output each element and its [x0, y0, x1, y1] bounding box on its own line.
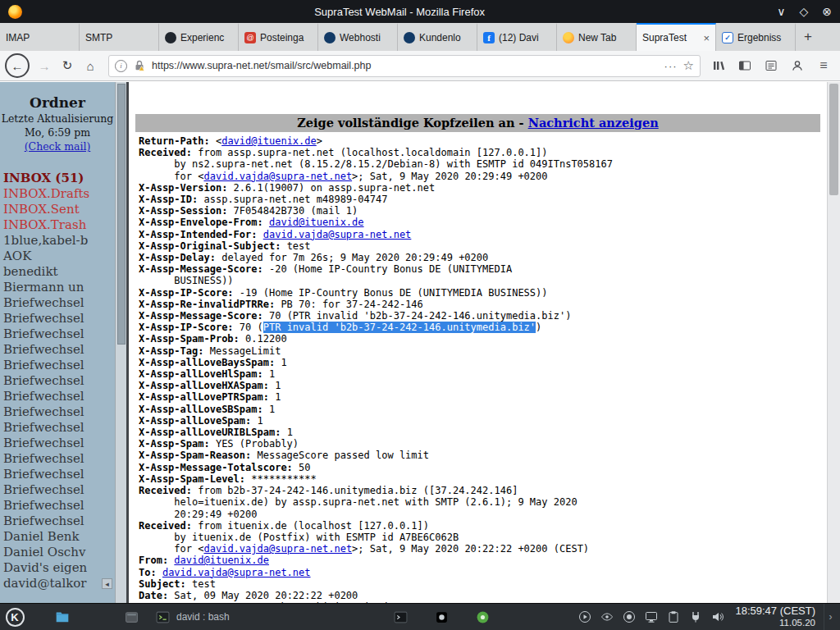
page-scrollbar[interactable]	[827, 82, 840, 603]
folder-item[interactable]: Briefwechsel	[0, 420, 115, 436]
tab-webhosti[interactable]: Webhosti	[318, 23, 398, 51]
folder-item[interactable]: Briefwechsel	[0, 358, 115, 373]
folder-item[interactable]: Daniel Oschv	[0, 545, 115, 560]
email-link[interactable]: david@ituenix.de	[174, 555, 269, 566]
header-field-name: From:	[139, 555, 174, 566]
mail-favicon-icon: @	[244, 32, 256, 43]
home-button[interactable]: ⌂	[79, 54, 102, 77]
url-text[interactable]: https://www.supra-net.net/smail/src/webm…	[152, 60, 659, 71]
folder-item[interactable]: Daniel Benk	[0, 529, 115, 545]
clipboard-icon[interactable]	[666, 609, 681, 624]
forward-button[interactable]: →	[33, 54, 56, 77]
folder-item[interactable]: AOK	[0, 249, 115, 264]
folder-item[interactable]: Briefwechsel	[0, 467, 115, 482]
library-icon[interactable]	[710, 57, 727, 74]
folder-item[interactable]: Briefwechsel	[0, 514, 115, 529]
back-button[interactable]: ←	[5, 53, 30, 78]
display-icon[interactable]	[644, 609, 659, 624]
folder-item[interactable]: Briefwechsel	[0, 311, 115, 326]
reader-view-icon[interactable]	[763, 57, 779, 74]
site-info-icon[interactable]: i	[115, 60, 127, 72]
minimize-icon[interactable]: ∨	[777, 6, 785, 17]
taskbar-clock[interactable]: 18:59:47 (CEST) 11.05.20	[735, 605, 815, 628]
header-field-name: X-Assp-allLoveBaysSpam:	[139, 357, 281, 368]
tab-label: Posteinga	[260, 32, 312, 43]
folder-item[interactable]: Briefwechsel	[0, 451, 115, 467]
menu-icon[interactable]: ≡	[815, 57, 832, 74]
pinned-apps	[389, 605, 494, 628]
folder-item[interactable]: Briefwechsel	[0, 389, 115, 404]
folder-item[interactable]: 1blue,kabel-b	[0, 233, 115, 249]
folder-item[interactable]: Biermann un	[0, 280, 115, 295]
sidebar-scrollbar-thumb[interactable]	[117, 84, 126, 345]
scroll-left-icon[interactable]: ◂	[102, 578, 112, 589]
konsole-icon[interactable]	[389, 605, 412, 628]
eye-icon[interactable]	[600, 609, 614, 624]
tab-new-tab[interactable]: New Tab	[557, 23, 637, 51]
folder-item[interactable]: INBOX.Drafts	[0, 186, 115, 202]
folder-item[interactable]: INBOX.Trash	[0, 217, 115, 233]
header-value: YES (Probably)	[216, 438, 299, 450]
sidebar-scrollbar[interactable]	[115, 82, 126, 603]
page-scrollbar-thumb[interactable]	[829, 84, 838, 195]
folder-item[interactable]: Briefwechsel	[0, 326, 115, 342]
folder-item[interactable]: Briefwechsel	[0, 436, 115, 451]
tab-ergebniss[interactable]: ✓Ergebniss	[716, 23, 796, 51]
insecure-lock-icon[interactable]	[133, 59, 146, 72]
app-window-icon[interactable]	[120, 605, 143, 628]
header-line: 20:29:49 +0200	[139, 509, 827, 520]
power-icon[interactable]	[688, 609, 703, 624]
email-link[interactable]: david.vajda@supra-net.net	[203, 543, 352, 555]
tab-supratest[interactable]: SupraTest×	[637, 23, 716, 51]
email-link[interactable]: david@ituenix.de	[221, 135, 317, 147]
folder-item[interactable]: Briefwechsel	[0, 404, 115, 420]
system-settings-icon[interactable]	[430, 605, 453, 628]
url-bar[interactable]: i https://www.supra-net.net/smail/src/we…	[108, 55, 701, 77]
media-play-icon[interactable]	[578, 609, 592, 624]
file-manager-icon[interactable]	[51, 605, 74, 628]
header-field-name: X-Assp-Spam-Reason:	[139, 450, 258, 461]
record-icon[interactable]	[622, 609, 637, 624]
maximize-icon[interactable]: ◇	[799, 6, 808, 17]
header-line: X-Assp-Tag: MessageLimit	[139, 345, 827, 357]
page-actions-icon[interactable]: ···	[664, 60, 678, 72]
close-icon[interactable]: ⊗	[822, 6, 832, 17]
folder-item[interactable]: David's eigen	[0, 560, 115, 576]
bookmark-star-icon[interactable]: ☆	[683, 58, 694, 73]
folder-item[interactable]: Briefwechsel	[0, 498, 115, 514]
reload-button[interactable]: ↻	[56, 54, 79, 77]
tab-experienc[interactable]: Experienc	[159, 23, 239, 51]
header-line: X-Assp-Message-Totalscore: 50	[139, 462, 827, 473]
folder-item[interactable]: david@talkor	[0, 576, 115, 591]
header-field-name: X-Assp-allLovePTRSpam:	[139, 391, 275, 403]
email-link[interactable]: david@ituenix.de	[269, 217, 364, 228]
tab-imap[interactable]: IMAP	[0, 23, 80, 51]
app-launcher-icon[interactable]: K	[3, 605, 26, 628]
sidebar-toggle-icon[interactable]	[737, 57, 753, 74]
tab-smtp[interactable]: SMTP	[80, 23, 159, 51]
tab-close-icon[interactable]: ×	[703, 32, 710, 44]
folder-item[interactable]: Briefwechsel	[0, 373, 115, 389]
email-link[interactable]: david.vajda@supra-net.net	[203, 171, 352, 182]
header-field-name: X-Assp-Spam-Level:	[139, 473, 251, 485]
check-mail-link[interactable]: (Check mail)	[0, 140, 115, 153]
volume-icon[interactable]	[710, 609, 725, 624]
taskbar-task-konsole[interactable]: david : bash	[149, 604, 386, 630]
panel-hide-button[interactable]: ›	[824, 604, 837, 630]
folder-item[interactable]: benedikt	[0, 264, 115, 280]
messenger-icon[interactable]	[471, 605, 494, 628]
tab--12-davi[interactable]: f(12) Davi	[477, 23, 557, 51]
account-icon[interactable]	[789, 57, 806, 74]
email-link[interactable]: david.vajda@supra-net.net	[162, 567, 311, 578]
header-value: delayed for 7m 26s; 9 May 2020 20:29:49 …	[221, 252, 488, 263]
show-message-link[interactable]: Nachricht anzeigen	[528, 116, 659, 130]
folder-item[interactable]: Briefwechsel	[0, 482, 115, 498]
folder-item[interactable]: Briefwechsel	[0, 342, 115, 358]
tab-posteinga[interactable]: @Posteinga	[239, 23, 318, 51]
folder-item[interactable]: Briefwechsel	[0, 295, 115, 311]
new-tab-button[interactable]: +	[796, 23, 820, 51]
tab-kundenlo[interactable]: Kundenlo	[398, 23, 477, 51]
folder-item[interactable]: INBOX (51)	[0, 171, 115, 186]
folder-item[interactable]: INBOX.Sent	[0, 202, 115, 217]
email-link[interactable]: david.vajda@supra-net.net	[263, 229, 412, 240]
